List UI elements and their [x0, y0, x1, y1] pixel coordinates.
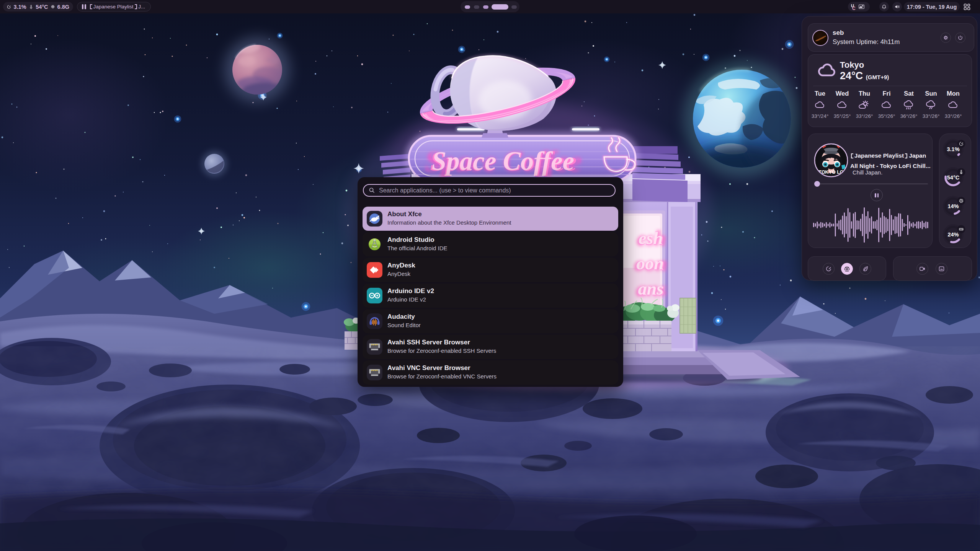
svg-text:14%: 14%	[947, 203, 959, 209]
svg-text:ans: ans	[638, 279, 663, 298]
svg-text:54°C: 54°C	[947, 174, 960, 181]
svg-text:Space Coffee: Space Coffee	[432, 147, 574, 176]
svg-text:24%: 24%	[947, 231, 959, 238]
svg-text:oon: oon	[636, 254, 664, 273]
svg-text:3.1%: 3.1%	[947, 146, 959, 152]
svg-text:esh: esh	[639, 228, 663, 248]
